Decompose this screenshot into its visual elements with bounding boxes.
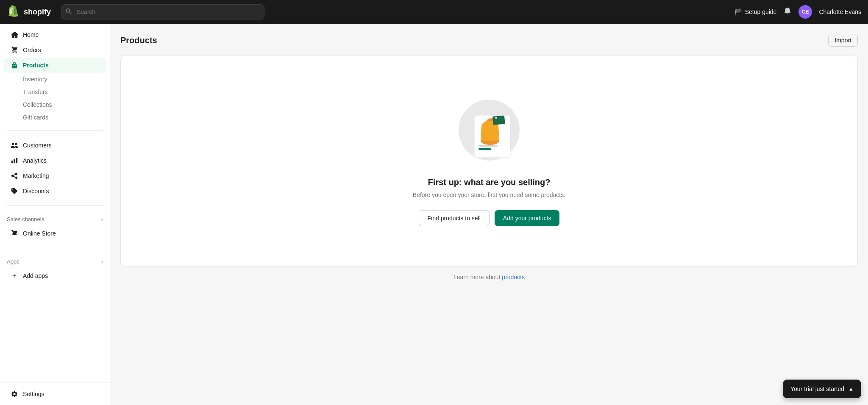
settings-label: Settings xyxy=(23,391,45,397)
flag-icon: 🏴 xyxy=(734,8,743,16)
sidebar-divider-1 xyxy=(7,130,103,131)
orders-icon xyxy=(10,46,19,54)
sidebar-divider-3 xyxy=(7,248,103,248)
marketing-label: Marketing xyxy=(23,172,49,179)
page-title: Products xyxy=(120,36,157,45)
orders-label: Orders xyxy=(23,47,41,53)
sidebar-item-discounts[interactable]: Discounts xyxy=(3,183,106,199)
gift-cards-label: Gift cards xyxy=(23,114,48,121)
sidebar-item-transfers[interactable]: Transfers xyxy=(3,86,106,98)
empty-state-actions: Find products to sell Add your products xyxy=(419,210,560,226)
find-products-button[interactable]: Find products to sell xyxy=(419,210,490,226)
page-header: Products Import xyxy=(120,34,858,47)
trial-banner-chevron-icon: ▲ xyxy=(849,386,854,392)
setup-guide-button[interactable]: 🏴 Setup guide xyxy=(734,8,777,16)
search-input[interactable] xyxy=(61,4,264,19)
apps-section[interactable]: Apps › xyxy=(0,255,110,268)
sidebar-item-customers[interactable]: Customers xyxy=(3,138,106,153)
home-icon xyxy=(10,31,19,39)
marketing-icon xyxy=(10,172,19,180)
add-apps-icon: + xyxy=(10,272,19,280)
online-store-label: Online Store xyxy=(23,230,56,237)
avatar[interactable]: CE xyxy=(798,5,812,19)
add-products-button[interactable]: Add your products xyxy=(495,210,560,226)
add-apps-label: Add apps xyxy=(23,272,48,279)
top-bar-right: 🏴 Setup guide CE Charlotte Evans xyxy=(734,5,861,19)
sales-channels-label: Sales channels xyxy=(7,216,44,222)
trial-banner-label: Your trial just started xyxy=(790,386,844,392)
online-store-icon xyxy=(10,229,19,238)
products-label: Products xyxy=(23,62,49,69)
svg-rect-5 xyxy=(479,145,498,147)
svg-rect-3 xyxy=(492,115,505,125)
learn-more-prefix: Learn more about xyxy=(453,274,502,280)
user-initials: CE xyxy=(802,9,809,15)
sidebar-item-products[interactable]: Products xyxy=(3,58,106,73)
learn-more-link[interactable]: products xyxy=(502,274,525,280)
import-button[interactable]: Import xyxy=(828,34,858,47)
inventory-label: Inventory xyxy=(23,76,47,83)
sidebar-item-home[interactable]: Home xyxy=(3,27,106,42)
trial-banner[interactable]: Your trial just started ▲ xyxy=(783,380,861,398)
analytics-label: Analytics xyxy=(23,157,47,164)
user-name: Charlotte Evans xyxy=(819,8,861,15)
discounts-icon xyxy=(10,187,19,195)
product-illustration xyxy=(455,96,523,164)
sidebar-item-inventory[interactable]: Inventory xyxy=(3,73,106,86)
svg-rect-6 xyxy=(479,148,491,150)
empty-state-card: First up: what are you selling? Before y… xyxy=(120,55,858,267)
settings-icon xyxy=(10,390,19,398)
sales-channels-section[interactable]: Sales channels › xyxy=(0,213,110,226)
logo[interactable]: shopify xyxy=(7,5,51,19)
discounts-label: Discounts xyxy=(23,188,49,194)
analytics-icon xyxy=(10,156,19,165)
collections-label: Collections xyxy=(23,101,52,108)
sidebar-item-settings[interactable]: Settings xyxy=(3,386,106,402)
customers-icon xyxy=(10,141,19,150)
learn-more-text: Learn more about products xyxy=(120,274,858,280)
transfers-label: Transfers xyxy=(23,89,48,95)
sidebar-item-collections[interactable]: Collections xyxy=(3,98,106,111)
sidebar-divider-2 xyxy=(7,205,103,206)
home-label: Home xyxy=(23,31,39,38)
sidebar-item-add-apps[interactable]: + Add apps xyxy=(3,268,106,283)
empty-state-description: Before you open your store, first you ne… xyxy=(413,191,565,198)
search-icon xyxy=(65,8,72,16)
logo-text: shopify xyxy=(24,8,51,17)
sidebar-item-marketing[interactable]: Marketing xyxy=(3,168,106,183)
sales-channels-expand-icon: › xyxy=(101,216,103,222)
sidebar-item-gift-cards[interactable]: Gift cards xyxy=(3,111,106,124)
empty-state-title: First up: what are you selling? xyxy=(428,178,551,187)
sidebar-item-online-store[interactable]: Online Store xyxy=(3,226,106,241)
sidebar-item-orders[interactable]: Orders xyxy=(3,42,106,58)
sidebar-item-analytics[interactable]: Analytics xyxy=(3,153,106,168)
bell-icon[interactable] xyxy=(783,7,792,17)
apps-expand-icon: › xyxy=(101,258,103,265)
apps-label: Apps xyxy=(7,258,19,265)
customers-label: Customers xyxy=(23,142,52,149)
main-content: Products Import xyxy=(110,24,868,405)
setup-guide-label: Setup guide xyxy=(745,8,777,15)
sidebar: Home Orders Products Inventory xyxy=(0,24,110,405)
search-bar xyxy=(61,4,264,19)
top-bar: shopify 🏴 Setup guide CE Charlotte Evans xyxy=(0,0,868,24)
products-icon xyxy=(10,61,19,69)
